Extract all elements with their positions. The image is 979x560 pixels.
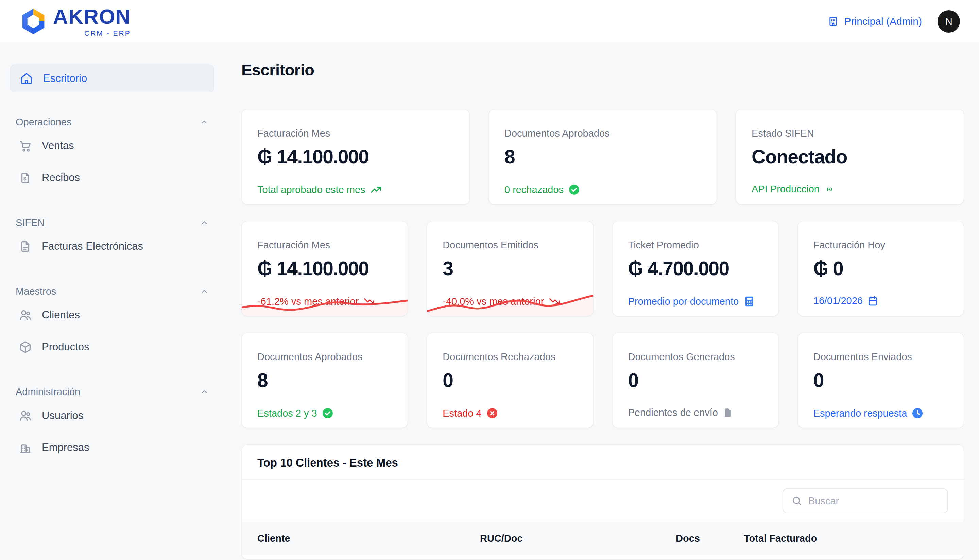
- column-header-total-facturado: Total Facturado: [744, 533, 948, 544]
- sidebar-item-productos[interactable]: Productos: [10, 332, 214, 362]
- stat-subtitle-text: Pendientes de envío: [628, 407, 718, 418]
- chevron-up-icon: [200, 218, 209, 227]
- sidebar-item-label: Ventas: [42, 140, 74, 152]
- stat-subtitle-text: Promedio por documento: [628, 296, 739, 307]
- calculator-icon: [743, 295, 756, 308]
- stat-subtitle: 16/01/2026: [814, 295, 948, 307]
- column-header-ruc-doc: RUC/Doc: [480, 533, 676, 544]
- stat-value: 3: [443, 259, 577, 278]
- stat-card-ticket-promedio-row2: Ticket Promedio₲ 4.700.000Promedio por d…: [612, 221, 779, 317]
- stats-row-2: Facturación Mes₲ 14.100.000-61.2% vs mes…: [241, 221, 964, 317]
- stat-card-facturacion-hoy-row2: Facturación Hoy₲ 016/01/2026: [797, 221, 964, 317]
- sidebar-section-operaciones[interactable]: Operaciones: [10, 115, 214, 129]
- brand-logo: AKRON CRM - ERP: [20, 6, 131, 37]
- stat-value: ₲ 14.100.000: [257, 259, 392, 278]
- stat-subtitle-text: Esperando respuesta: [814, 408, 907, 419]
- company-switcher-label: Principal (Admin): [844, 16, 922, 27]
- search-box[interactable]: [782, 488, 948, 513]
- stat-subtitle: Estado 4: [443, 407, 577, 419]
- sidebar-item-label: Escritorio: [43, 72, 87, 85]
- sidebar-item-label: Recibos: [42, 172, 80, 184]
- stat-card-documentos-rechazados-row3: Documentos Rechazados0Estado 4: [427, 333, 593, 428]
- stat-card-documentos-aprobados-row1: Documentos Aprobados80 rechazados: [489, 109, 717, 205]
- stats-row-3: Documentos Aprobados8Estados 2 y 3Docume…: [241, 333, 964, 428]
- top-clients-card: Top 10 Clientes - Este Mes Cliente RUC/D…: [241, 445, 964, 559]
- sidebar-item-empresas[interactable]: Empresas: [10, 432, 214, 463]
- users-icon: [19, 309, 32, 322]
- sidebar-item-label: Facturas Electrónicas: [42, 240, 143, 252]
- stat-card-facturacion-mes-row2: Facturación Mes₲ 14.100.000-61.2% vs mes…: [241, 221, 408, 317]
- sidebar-item-escritorio[interactable]: Escritorio: [10, 65, 214, 92]
- top-header: AKRON CRM - ERP Principal (Admin) N: [0, 0, 979, 43]
- sidebar-section-label: SIFEN: [16, 217, 45, 228]
- stat-subtitle: Pendientes de envío: [628, 407, 763, 418]
- stat-subtitle: Estados 2 y 3: [257, 407, 392, 419]
- check-circle-icon: [322, 407, 334, 419]
- stat-label: Facturación Mes: [257, 240, 392, 251]
- sidebar-section-label: Operaciones: [16, 117, 72, 128]
- sidebar-section-label: Maestros: [16, 286, 56, 297]
- column-header-docs: Docs: [676, 533, 744, 544]
- stat-card-documentos-enviados-row3: Documentos Enviados0Esperando respuesta: [797, 333, 964, 428]
- clock-icon: [911, 407, 924, 419]
- avatar[interactable]: N: [937, 10, 960, 33]
- table-header-row: Cliente RUC/Doc Docs Total Facturado: [242, 522, 964, 555]
- sidebar-item-label: Productos: [42, 341, 89, 353]
- stat-card-documentos-generados-row3: Documentos Generados0Pendientes de envío: [612, 333, 779, 428]
- radio-icon: [824, 184, 835, 195]
- sidebar-item-ventas[interactable]: Ventas: [10, 130, 214, 161]
- chevron-up-icon: [200, 387, 209, 396]
- stat-value: ₲ 0: [814, 259, 948, 278]
- stat-label: Documentos Aprobados: [257, 352, 392, 363]
- brand-subtitle: CRM - ERP: [84, 29, 131, 37]
- akron-hexagon-logo-icon: [20, 7, 47, 36]
- building-icon: [827, 16, 839, 27]
- stat-label: Facturación Hoy: [814, 240, 948, 251]
- stat-label: Facturación Mes: [257, 128, 454, 139]
- sidebar-section-administracion[interactable]: Administración: [10, 385, 214, 399]
- trending-up-icon: [370, 183, 382, 196]
- stat-value: 0: [814, 371, 948, 390]
- chevron-up-icon: [200, 118, 209, 127]
- stat-subtitle-text: Total aprobado este mes: [257, 184, 365, 195]
- sidebar-item-usuarios[interactable]: Usuarios: [10, 400, 214, 431]
- sidebar-item-recibos[interactable]: $Recibos: [10, 162, 214, 193]
- top-clients-title: Top 10 Clientes - Este Mes: [242, 445, 964, 480]
- main-content: Escritorio Facturación Mes₲ 14.100.000To…: [224, 43, 979, 560]
- svg-text:$: $: [23, 176, 26, 182]
- sidebar-section-maestros[interactable]: Maestros: [10, 284, 214, 298]
- stat-subtitle-text: Estados 2 y 3: [257, 408, 317, 419]
- stat-subtitle-text: 16/01/2026: [814, 295, 863, 307]
- stat-label: Documentos Emitidos: [443, 240, 577, 251]
- sidebar-item-clientes[interactable]: Clientes: [10, 300, 214, 330]
- stat-subtitle: Promedio por documento: [628, 295, 763, 308]
- stat-value: Conectado: [752, 147, 948, 167]
- x-circle-icon: [486, 407, 498, 419]
- stats-row-1: Facturación Mes₲ 14.100.000Total aprobad…: [241, 109, 964, 205]
- page-title: Escritorio: [241, 60, 964, 79]
- package-icon: [19, 341, 32, 353]
- sidebar-section-sifen[interactable]: SIFEN: [10, 215, 214, 230]
- stat-subtitle: Esperando respuesta: [814, 407, 948, 419]
- sidebar-sections: OperacionesVentas$RecibosSIFENFacturas E…: [10, 115, 214, 463]
- company-switcher[interactable]: Principal (Admin): [827, 16, 922, 27]
- table-toolbar: [242, 480, 964, 522]
- search-icon: [791, 495, 802, 506]
- stat-label: Documentos Rechazados: [443, 352, 577, 363]
- home-icon: [20, 72, 33, 85]
- stat-card-documentos-aprobados-row3: Documentos Aprobados8Estados 2 y 3: [241, 333, 408, 428]
- sidebar-item-facturas-electronicas[interactable]: Facturas Electrónicas: [10, 231, 214, 262]
- users-icon: [19, 410, 32, 422]
- brand-name: AKRON: [53, 7, 131, 27]
- calendar-icon: [867, 295, 878, 307]
- stat-value: 8: [504, 147, 701, 167]
- stat-label: Documentos Generados: [628, 352, 763, 363]
- search-input[interactable]: [808, 495, 939, 507]
- building-icon: [19, 442, 32, 454]
- stat-label: Ticket Promedio: [628, 240, 763, 251]
- sidebar-item-label: Empresas: [42, 442, 89, 453]
- stat-subtitle: 0 rechazados: [504, 183, 701, 196]
- column-header-cliente: Cliente: [257, 533, 480, 544]
- stat-label: Documentos Aprobados: [504, 128, 701, 139]
- sidebar: Escritorio OperacionesVentas$RecibosSIFE…: [0, 43, 224, 560]
